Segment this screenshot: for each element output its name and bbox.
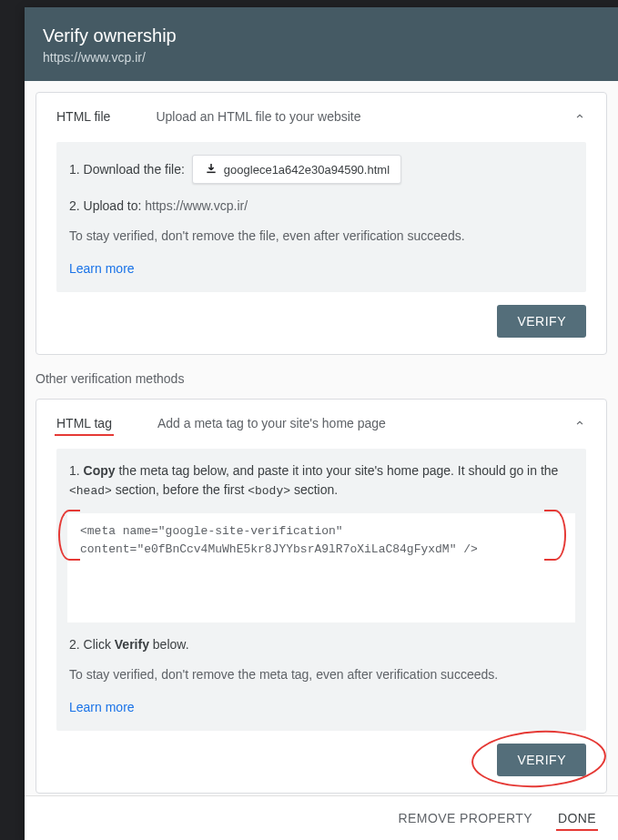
copy-step: 1. Copy the meta tag below, and paste it…	[69, 461, 573, 501]
html-tag-hint: To stay verified, don't remove the meta …	[69, 667, 573, 682]
head-code: <head>	[69, 484, 112, 498]
html-tag-desc: Add a meta tag to your site's home page	[157, 416, 528, 430]
dialog-url: https://www.vcp.ir/	[43, 50, 600, 65]
body-code: <body>	[248, 484, 290, 498]
download-prefix: 1. Download the file:	[69, 162, 185, 177]
html-file-hint: To stay verified, don't remove the file,…	[69, 228, 573, 243]
meta-tag-code[interactable]: <meta name="google-site-verification" co…	[67, 513, 575, 623]
html-file-desc: Upload an HTML file to your website	[156, 109, 528, 124]
download-file-name: googlece1a642e30a94590.html	[224, 163, 390, 177]
html-tag-header[interactable]: HTML tag Add a meta tag to your site's h…	[56, 416, 586, 430]
html-tag-card: HTML tag Add a meta tag to your site's h…	[35, 399, 607, 794]
html-file-learn-more[interactable]: Learn more	[69, 261, 135, 276]
html-file-verify-button[interactable]: VERIFY	[497, 305, 586, 338]
download-file-button[interactable]: googlece1a642e30a94590.html	[192, 155, 401, 184]
annotation-ellipse-left	[58, 510, 80, 561]
html-file-header[interactable]: HTML file Upload an HTML file to your we…	[56, 109, 586, 124]
html-file-content: 1. Download the file: googlece1a642e30a9…	[56, 142, 586, 292]
html-tag-learn-more[interactable]: Learn more	[69, 700, 135, 714]
dialog-body[interactable]: HTML file Upload an HTML file to your we…	[25, 81, 618, 795]
download-step: 1. Download the file: googlece1a642e30a9…	[69, 155, 573, 184]
upload-prefix: 2. Upload to:	[69, 198, 145, 213]
dialog-footer: REMOVE PROPERTY DONE	[25, 795, 618, 840]
html-tag-label: HTML tag	[56, 416, 112, 430]
dialog-title: Verify ownership	[43, 25, 600, 46]
html-file-label: HTML file	[56, 109, 110, 124]
annotation-ellipse-right	[544, 510, 566, 561]
click-verify-step: 2. Click Verify below.	[69, 635, 573, 654]
chevron-up-icon	[573, 417, 586, 430]
chevron-up-icon	[573, 110, 586, 123]
upload-url: https://www.vcp.ir/	[145, 198, 248, 213]
html-tag-verify-button[interactable]: VERIFY	[497, 744, 586, 776]
remove-property-button[interactable]: REMOVE PROPERTY	[399, 811, 532, 825]
copy-word: Copy	[84, 463, 116, 478]
other-methods-label: Other verification methods	[35, 371, 607, 386]
html-file-card: HTML file Upload an HTML file to your we…	[35, 92, 607, 355]
verify-word: Verify	[115, 637, 149, 652]
download-icon	[204, 162, 218, 177]
dialog-header: Verify ownership https://www.vcp.ir/	[25, 7, 618, 81]
html-tag-content: 1. Copy the meta tag below, and paste it…	[56, 449, 586, 731]
dialog: Verify ownership https://www.vcp.ir/ HTM…	[25, 7, 618, 840]
done-button[interactable]: DONE	[558, 811, 596, 825]
upload-step: 2. Upload to: https://www.vcp.ir/	[69, 197, 573, 216]
